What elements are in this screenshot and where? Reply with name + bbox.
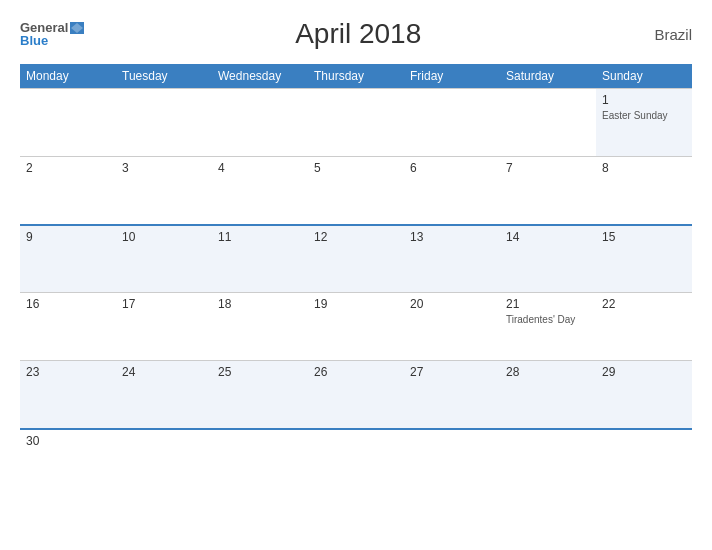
calendar-cell	[20, 89, 116, 157]
calendar-cell: 19	[308, 293, 404, 361]
day-number: 26	[314, 365, 398, 379]
calendar-cell: 10	[116, 225, 212, 293]
day-number: 29	[602, 365, 686, 379]
day-number: 7	[506, 161, 590, 175]
calendar-cell: 18	[212, 293, 308, 361]
day-number: 19	[314, 297, 398, 311]
calendar-cell	[500, 89, 596, 157]
day-number: 14	[506, 230, 590, 244]
calendar-cell	[500, 429, 596, 497]
day-number: 8	[602, 161, 686, 175]
day-number: 22	[602, 297, 686, 311]
day-number: 18	[218, 297, 302, 311]
calendar-cell: 29	[596, 361, 692, 429]
calendar-cell: 6	[404, 157, 500, 225]
day-event: Easter Sunday	[602, 109, 686, 122]
weekday-header-friday: Friday	[404, 64, 500, 89]
calendar-cell: 25	[212, 361, 308, 429]
day-number: 23	[26, 365, 110, 379]
calendar-cell: 21Tiradentes' Day	[500, 293, 596, 361]
day-number: 11	[218, 230, 302, 244]
calendar-cell: 20	[404, 293, 500, 361]
calendar-cell: 15	[596, 225, 692, 293]
weekday-header-sunday: Sunday	[596, 64, 692, 89]
calendar-cell: 30	[20, 429, 116, 497]
calendar-cell: 26	[308, 361, 404, 429]
calendar-cell	[308, 89, 404, 157]
logo-blue-text: Blue	[20, 34, 84, 47]
day-number: 28	[506, 365, 590, 379]
day-number: 30	[26, 434, 110, 448]
page-title: April 2018	[84, 18, 632, 50]
week-row-3: 9101112131415	[20, 225, 692, 293]
day-number: 17	[122, 297, 206, 311]
week-row-6: 30	[20, 429, 692, 497]
calendar-cell	[308, 429, 404, 497]
calendar-cell: 3	[116, 157, 212, 225]
calendar-cell: 7	[500, 157, 596, 225]
weekday-header-row: MondayTuesdayWednesdayThursdayFridaySatu…	[20, 64, 692, 89]
day-number: 9	[26, 230, 110, 244]
day-number: 21	[506, 297, 590, 311]
week-row-2: 2345678	[20, 157, 692, 225]
day-number: 25	[218, 365, 302, 379]
day-number: 15	[602, 230, 686, 244]
calendar-cell	[212, 429, 308, 497]
day-number: 13	[410, 230, 494, 244]
calendar-cell: 24	[116, 361, 212, 429]
day-number: 12	[314, 230, 398, 244]
day-number: 2	[26, 161, 110, 175]
calendar-cell: 1Easter Sunday	[596, 89, 692, 157]
day-number: 5	[314, 161, 398, 175]
weekday-header-wednesday: Wednesday	[212, 64, 308, 89]
calendar-page: General Blue April 2018 Brazil MondayTue…	[0, 0, 712, 550]
calendar-cell: 9	[20, 225, 116, 293]
calendar-cell: 23	[20, 361, 116, 429]
day-number: 20	[410, 297, 494, 311]
calendar-cell: 22	[596, 293, 692, 361]
calendar-cell: 17	[116, 293, 212, 361]
calendar-cell: 16	[20, 293, 116, 361]
weekday-header-tuesday: Tuesday	[116, 64, 212, 89]
weekday-header-saturday: Saturday	[500, 64, 596, 89]
calendar-table: MondayTuesdayWednesdayThursdayFridaySatu…	[20, 64, 692, 497]
week-row-1: 1Easter Sunday	[20, 89, 692, 157]
header: General Blue April 2018 Brazil	[20, 18, 692, 50]
week-row-5: 23242526272829	[20, 361, 692, 429]
week-row-4: 161718192021Tiradentes' Day22	[20, 293, 692, 361]
calendar-cell	[596, 429, 692, 497]
day-number: 4	[218, 161, 302, 175]
calendar-cell	[212, 89, 308, 157]
day-event: Tiradentes' Day	[506, 313, 590, 326]
weekday-header-monday: Monday	[20, 64, 116, 89]
day-number: 16	[26, 297, 110, 311]
calendar-cell: 28	[500, 361, 596, 429]
day-number: 6	[410, 161, 494, 175]
calendar-cell	[116, 429, 212, 497]
logo: General Blue	[20, 21, 84, 47]
day-number: 10	[122, 230, 206, 244]
calendar-cell: 11	[212, 225, 308, 293]
calendar-cell: 27	[404, 361, 500, 429]
calendar-cell: 4	[212, 157, 308, 225]
calendar-cell: 2	[20, 157, 116, 225]
calendar-cell: 13	[404, 225, 500, 293]
calendar-cell: 8	[596, 157, 692, 225]
calendar-cell	[404, 89, 500, 157]
day-number: 3	[122, 161, 206, 175]
day-number: 24	[122, 365, 206, 379]
calendar-cell: 14	[500, 225, 596, 293]
logo-flag-icon	[70, 22, 84, 34]
calendar-cell	[116, 89, 212, 157]
day-number: 1	[602, 93, 686, 107]
country-label: Brazil	[632, 26, 692, 43]
calendar-cell	[404, 429, 500, 497]
weekday-header-thursday: Thursday	[308, 64, 404, 89]
calendar-cell: 5	[308, 157, 404, 225]
day-number: 27	[410, 365, 494, 379]
calendar-cell: 12	[308, 225, 404, 293]
